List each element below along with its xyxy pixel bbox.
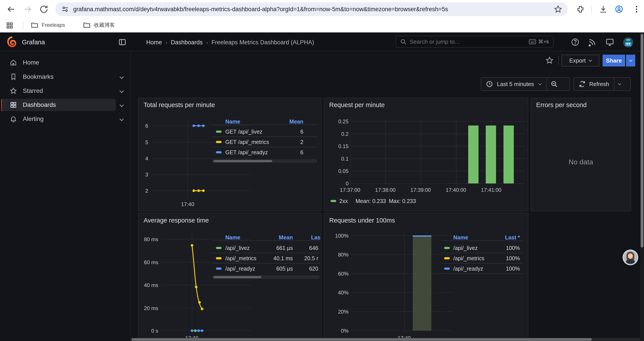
dashboards-grid-icon bbox=[10, 101, 17, 109]
bookmark-folder-blogs[interactable]: 收藏博客 bbox=[83, 21, 115, 29]
url-text[interactable]: grafana.mathmast.com/d/deytv4rwavabkb/fr… bbox=[73, 6, 554, 13]
panel-title[interactable]: Average response time bbox=[144, 217, 209, 224]
panel-title[interactable]: Total requests per minute bbox=[144, 101, 215, 109]
legend-header-last[interactable]: Las bbox=[305, 234, 320, 241]
y-tick: 5 bbox=[131, 139, 148, 146]
legend-value: 40.1 ms bbox=[266, 255, 293, 261]
grafana-logo-icon[interactable] bbox=[6, 37, 17, 47]
panel-title[interactable]: Requests under 100ms bbox=[329, 217, 395, 224]
legend-series-label[interactable]: GET /api/_livez bbox=[225, 129, 262, 135]
legend-header-name[interactable]: Name bbox=[453, 234, 468, 241]
forward-icon[interactable] bbox=[23, 5, 32, 14]
url-bar[interactable]: grafana.mathmast.com/d/deytv4rwavabkb/fr… bbox=[55, 3, 568, 16]
sidebar-toggle-icon[interactable] bbox=[118, 38, 126, 46]
profile-icon[interactable] bbox=[615, 5, 624, 14]
legend-scrollbar-thumb[interactable] bbox=[214, 276, 261, 278]
toolbar-divider bbox=[592, 6, 592, 13]
help-icon[interactable] bbox=[571, 38, 580, 47]
assistant-avatar-widget[interactable] bbox=[622, 249, 638, 265]
area-fill-under-100ms bbox=[413, 237, 432, 331]
x-tick: 17:38:00 bbox=[372, 187, 398, 193]
news-rss-icon[interactable] bbox=[588, 38, 597, 47]
legend-scrollbar-thumb[interactable] bbox=[214, 160, 272, 162]
avatar-pixel bbox=[625, 42, 631, 46]
legend-divider bbox=[212, 253, 320, 253]
sidebar-item-dashboards[interactable]: Dashboards bbox=[2, 99, 116, 111]
gridline bbox=[351, 146, 525, 146]
y-tick: 60 ms bbox=[136, 259, 158, 265]
reload-icon[interactable] bbox=[39, 5, 49, 14]
back-icon[interactable] bbox=[6, 5, 16, 14]
site-info-icon[interactable] bbox=[61, 5, 69, 14]
export-button[interactable]: Export bbox=[562, 55, 599, 67]
vertical-scrollbar-thumb[interactable] bbox=[641, 34, 643, 247]
gridline bbox=[456, 120, 456, 185]
group-divider bbox=[546, 78, 547, 90]
sidebar-item-label: Starred bbox=[23, 87, 43, 94]
legend-divider bbox=[212, 240, 320, 241]
brand-name: Grafana bbox=[22, 39, 45, 46]
bookmark-star-icon[interactable] bbox=[554, 5, 562, 14]
search-input[interactable] bbox=[410, 38, 526, 45]
refresh-control[interactable]: Refresh bbox=[574, 77, 631, 91]
legend-value: 100% bbox=[494, 265, 520, 272]
sidebar-item-label: Dashboards bbox=[23, 101, 56, 108]
time-range-picker[interactable]: Last 5 minutes bbox=[481, 77, 570, 91]
legend-header-name[interactable]: Name bbox=[225, 234, 240, 241]
favorite-star-icon[interactable] bbox=[545, 56, 554, 65]
legend-value: 2 bbox=[286, 139, 303, 145]
series-swatch bbox=[216, 131, 222, 133]
legend-header-mean[interactable]: Mean bbox=[282, 119, 303, 125]
legend-series-label[interactable]: /api/_metrics bbox=[453, 255, 484, 261]
tv-kiosk-icon[interactable] bbox=[606, 38, 614, 47]
bookmark-folder-freeleaps[interactable]: Freeleaps bbox=[31, 21, 65, 29]
sidebar-item-starred[interactable]: Starred bbox=[2, 85, 116, 97]
gridline bbox=[351, 134, 525, 134]
chevron-down-icon bbox=[538, 82, 542, 85]
chevron-down-icon bbox=[589, 58, 592, 62]
legend-series-label[interactable]: /api/_livez bbox=[453, 245, 478, 251]
series-swatch bbox=[444, 257, 450, 259]
gridline bbox=[351, 171, 525, 171]
legend-header-name[interactable]: Name bbox=[225, 119, 240, 125]
y-tick: 0.1 bbox=[326, 156, 348, 162]
x-tick: 17:37:00 bbox=[337, 187, 363, 193]
breadcrumb-home[interactable]: Home bbox=[146, 39, 162, 46]
refresh-icon bbox=[579, 81, 586, 88]
y-tick: 0.2 bbox=[326, 131, 348, 137]
apps-grid-icon[interactable] bbox=[6, 22, 14, 30]
legend-series-label[interactable]: /api/_livez bbox=[225, 245, 250, 251]
avatar-pixel bbox=[626, 39, 630, 41]
breadcrumb-dashboards[interactable]: Dashboards bbox=[171, 39, 203, 46]
sidebar-item-home[interactable]: Home bbox=[2, 56, 116, 69]
share-button[interactable]: Share bbox=[602, 55, 625, 67]
legend-series-label[interactable]: /api/_metrics bbox=[225, 255, 256, 261]
horizontal-scrollbar-thumb[interactable] bbox=[132, 338, 592, 341]
gridline bbox=[351, 158, 525, 159]
download-icon[interactable] bbox=[599, 5, 608, 14]
sidebar-item-bookmarks[interactable]: Bookmarks bbox=[2, 71, 116, 83]
legend-series-label[interactable]: GET /api/_metrics bbox=[225, 139, 269, 145]
legend-series-label[interactable]: GET /api/_readyz bbox=[225, 149, 268, 156]
legend-series-label[interactable]: 2xx bbox=[339, 198, 348, 204]
legend-series-label[interactable]: /api/_readyz bbox=[453, 265, 483, 272]
y-tick: 80 ms bbox=[136, 236, 158, 242]
series-swatch bbox=[330, 200, 336, 202]
search-icon bbox=[400, 38, 406, 45]
legend-series-label[interactable]: /api/_readyz bbox=[225, 265, 255, 272]
zoom-out-icon[interactable] bbox=[550, 80, 558, 88]
home-icon bbox=[10, 59, 17, 66]
extensions-icon[interactable] bbox=[576, 5, 585, 14]
y-tick: 100% bbox=[326, 233, 348, 239]
panel-title[interactable]: Errors per second bbox=[536, 101, 587, 109]
search-box[interactable]: ⌘+k bbox=[396, 36, 554, 48]
panel-title[interactable]: Request per minute bbox=[329, 101, 385, 109]
share-dropdown-button[interactable] bbox=[626, 55, 635, 67]
gridline bbox=[351, 330, 453, 331]
menu-kebab-icon[interactable] bbox=[632, 5, 641, 14]
legend-header-last[interactable]: Last * bbox=[494, 234, 520, 241]
legend-header-mean[interactable]: Mean bbox=[266, 234, 293, 241]
x-tick: 17:41:00 bbox=[478, 187, 504, 193]
org-avatar[interactable] bbox=[623, 37, 633, 47]
sidebar-item-alerting[interactable]: Alerting bbox=[2, 113, 116, 125]
